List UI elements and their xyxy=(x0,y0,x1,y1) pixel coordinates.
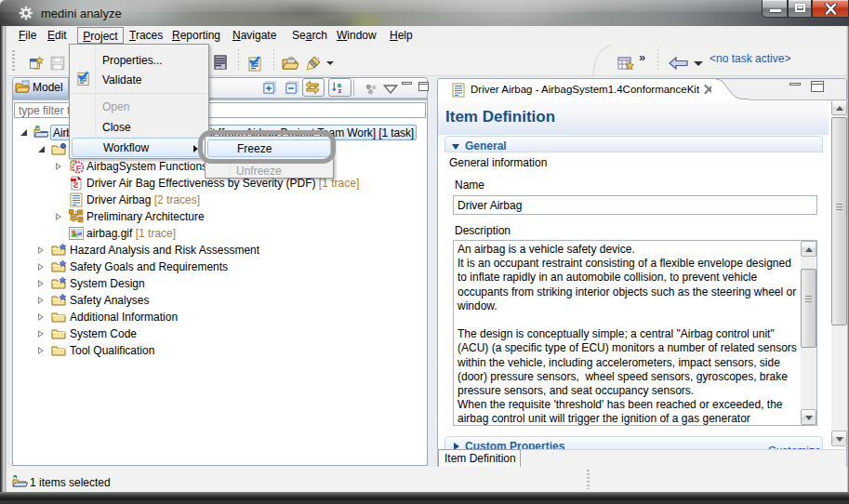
svg-text:z: z xyxy=(338,86,342,95)
svg-text:F: F xyxy=(76,163,82,173)
